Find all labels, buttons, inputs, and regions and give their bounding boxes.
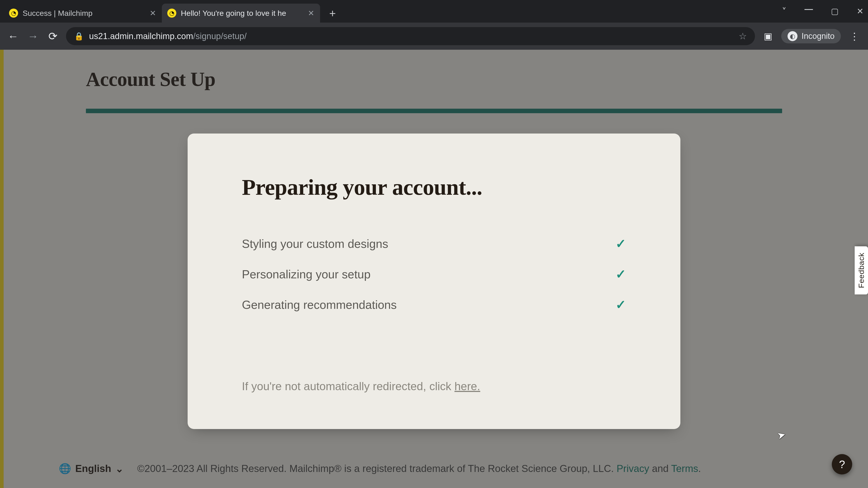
tab-search-icon[interactable]: ˅ <box>782 6 786 17</box>
back-button[interactable]: ← <box>6 29 20 43</box>
page: Account Set Up Preparing your account...… <box>0 50 868 488</box>
incognito-icon: ◐ <box>787 31 798 41</box>
redirect-link[interactable]: here. <box>455 380 480 393</box>
lock-icon: 🔒 <box>74 32 84 41</box>
step-row: Personalizing your setup ✓ <box>242 267 626 282</box>
copyright: ©2001–2023 All Rights Reserved. Mailchim… <box>137 463 617 474</box>
browser-chrome: ◔ Success | Mailchimp ✕ ◔ Hello! You're … <box>0 0 868 50</box>
tab-title: Success | Mailchimp <box>23 9 145 18</box>
language-selector[interactable]: 🌐 English ⌄ <box>59 463 124 475</box>
tab-hello[interactable]: ◔ Hello! You're going to love it he ✕ <box>162 4 320 23</box>
check-icon: ✓ <box>616 236 626 251</box>
feedback-tab[interactable]: Feedback <box>855 246 868 294</box>
close-window-button[interactable]: ✕ <box>857 6 864 16</box>
tab-success[interactable]: ◔ Success | Mailchimp ✕ <box>4 4 162 23</box>
browser-menu-button[interactable]: ⋮ <box>847 31 862 42</box>
close-tab-icon[interactable]: ✕ <box>149 8 156 18</box>
step-row: Styling your custom designs ✓ <box>242 236 626 251</box>
progress-fill <box>86 109 782 113</box>
check-icon: ✓ <box>616 297 626 312</box>
side-panel-icon[interactable]: ▣ <box>761 29 775 43</box>
progress-bar <box>86 109 782 113</box>
chevron-down-icon: ⌄ <box>115 463 124 475</box>
tab-strip: ◔ Success | Mailchimp ✕ ◔ Hello! You're … <box>0 0 868 23</box>
privacy-link[interactable]: Privacy <box>617 463 649 474</box>
address-bar[interactable]: 🔒 us21.admin.mailchimp.com/signup/setup/… <box>66 27 755 45</box>
incognito-label: Incognito <box>802 31 835 41</box>
step-label: Generating recommendations <box>242 298 397 312</box>
redirect-hint: If you're not automatically redirected, … <box>242 380 626 393</box>
browser-toolbar: ← → ⟳ 🔒 us21.admin.mailchimp.com/signup/… <box>0 23 868 50</box>
footer: 🌐 English ⌄ ©2001–2023 All Rights Reserv… <box>0 454 868 488</box>
globe-icon: 🌐 <box>59 463 71 475</box>
forward-button[interactable]: → <box>26 29 40 43</box>
mailchimp-favicon-icon: ◔ <box>9 8 18 18</box>
step-label: Personalizing your setup <box>242 267 370 281</box>
preparing-card: Preparing your account... Styling your c… <box>188 133 680 429</box>
url-host: us21.admin.mailchimp.com <box>89 31 193 41</box>
bookmark-star-icon[interactable]: ☆ <box>739 31 747 41</box>
redirect-prefix: If you're not automatically redirected, … <box>242 380 455 393</box>
close-tab-icon[interactable]: ✕ <box>307 8 315 18</box>
steps-list: Styling your custom designs ✓ Personaliz… <box>242 236 626 312</box>
url-text: us21.admin.mailchimp.com/signup/setup/ <box>89 31 733 41</box>
reload-button[interactable]: ⟳ <box>46 29 60 43</box>
check-icon: ✓ <box>616 267 626 282</box>
minimize-button[interactable]: ─ <box>804 2 813 16</box>
page-viewport: Account Set Up Preparing your account...… <box>0 50 868 488</box>
card-heading: Preparing your account... <box>242 174 626 200</box>
window-controls: ˅ ─ ▢ ✕ <box>782 0 864 23</box>
url-path: /signup/setup/ <box>193 31 247 41</box>
tab-title: Hello! You're going to love it he <box>181 9 303 18</box>
incognito-chip[interactable]: ◐ Incognito <box>781 29 841 43</box>
new-tab-button[interactable]: + <box>324 5 340 21</box>
terms-link[interactable]: Terms <box>671 463 698 474</box>
maximize-button[interactable]: ▢ <box>831 6 839 16</box>
and-text: and <box>649 463 671 474</box>
step-label: Styling your custom designs <box>242 237 388 251</box>
period: . <box>698 463 701 474</box>
mailchimp-favicon-icon: ◔ <box>167 8 176 18</box>
copyright-text: ©2001–2023 All Rights Reserved. Mailchim… <box>137 463 701 474</box>
step-row: Generating recommendations ✓ <box>242 297 626 312</box>
page-title: Account Set Up <box>86 68 782 91</box>
language-label: English <box>75 463 111 474</box>
help-button[interactable]: ? <box>832 454 852 475</box>
